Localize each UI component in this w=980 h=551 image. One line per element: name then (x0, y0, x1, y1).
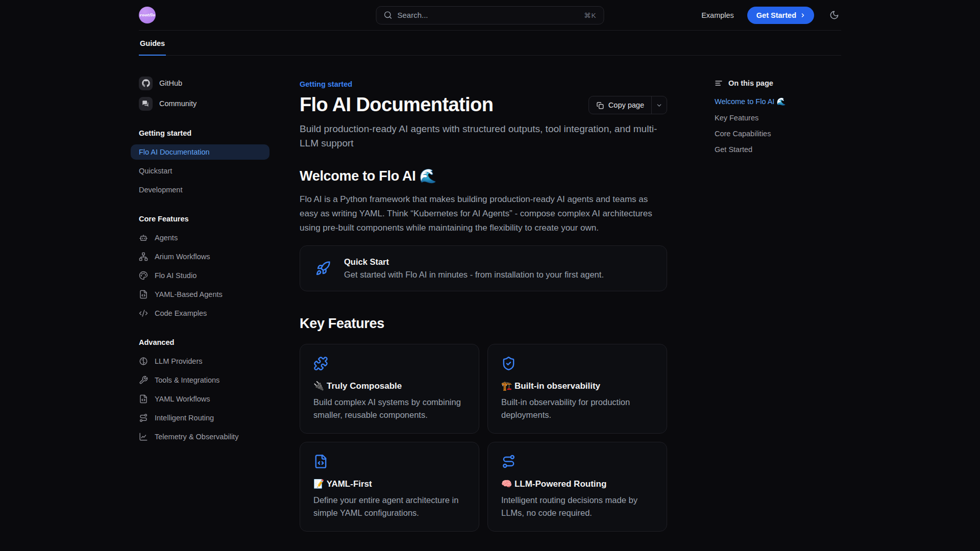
page-title: Flo AI Documentation (300, 94, 493, 116)
sidebar-item-label: Tools & Integrations (155, 376, 219, 384)
breadcrumb: Getting started (300, 80, 667, 88)
feature-card-description: Intelligent routing decisions made by LL… (501, 494, 653, 519)
sidebar-item-label: Code Examples (155, 309, 207, 317)
toc-title: On this page (728, 79, 773, 87)
copy-options-dropdown[interactable] (651, 96, 667, 114)
feature-card-built-in-observability: 🏗️ Built-in observability Built-in obser… (487, 344, 667, 434)
brain-icon (139, 357, 148, 366)
moon-icon (829, 10, 839, 20)
sidebar-item-yaml-based-agents[interactable]: YAML-Based Agents (131, 287, 270, 302)
search-bar[interactable]: ⌘K (376, 6, 604, 24)
feature-card-yaml-first: 📝 YAML-First Define your entire agent ar… (300, 442, 479, 532)
theme-toggle-button[interactable] (827, 8, 841, 22)
file-code-icon (313, 454, 465, 469)
route-icon (139, 413, 148, 422)
sidebar-item-label: Intelligent Routing (155, 414, 214, 422)
sidebar-item-flo-ai-documentation[interactable]: Flo AI Documentation (131, 144, 270, 160)
rootflo-logo-icon: rootflo (139, 7, 156, 23)
sidebar-link-label: GitHub (159, 79, 182, 87)
chart-line-icon (139, 432, 148, 441)
toc-item-core-capabilities[interactable]: Core Capabilities (715, 130, 841, 138)
code-icon (139, 309, 148, 318)
examples-link[interactable]: Examples (701, 11, 734, 19)
sidebar-item-llm-providers[interactable]: LLM Providers (131, 354, 270, 369)
sidebar-section-label: Getting started (139, 129, 261, 137)
navbar-actions: Examples Get Started (701, 7, 841, 24)
sidebar-item-development[interactable]: Development (131, 182, 270, 197)
quick-start-description: Get started with Flo AI in minutes - fro… (344, 270, 604, 280)
feature-card-description: Build complex AI systems by combining sm… (313, 396, 465, 421)
top-navbar: rootflo ⌘K Examples Get Started (139, 0, 841, 31)
sidebar-item-intelligent-routing[interactable]: Intelligent Routing (131, 410, 270, 425)
sidebar-link-label: Community (159, 99, 197, 108)
chevron-right-icon (800, 12, 806, 18)
logo-link[interactable]: rootflo (139, 7, 156, 23)
feature-card-title: 🔌 Truly Composable (313, 381, 465, 391)
logo-text: rootflo (140, 13, 155, 17)
sidebar-item-label: Quickstart (139, 167, 172, 175)
bot-icon (139, 233, 148, 242)
sidebar-item-telemetry-observability[interactable]: Telemetry & Observability (131, 429, 270, 444)
file-code-icon (139, 394, 148, 404)
toc-item-get-started[interactable]: Get Started (715, 145, 841, 154)
sidebar-link-github[interactable]: GitHub (139, 75, 261, 91)
sidebar-section-label: Advanced (139, 338, 261, 346)
feature-card-title: 🏗️ Built-in observability (501, 381, 653, 391)
toc-list: Welcome to Flo AI 🌊 Key Features Core Ca… (715, 97, 841, 154)
main-content: Getting started Flo AI Documentation Cop… (300, 75, 667, 551)
toc-item-welcome[interactable]: Welcome to Flo AI 🌊 (715, 97, 841, 106)
toc-header: On this page (715, 79, 841, 87)
copy-icon (596, 102, 604, 109)
sidebar-item-label: Telemetry & Observability (155, 433, 238, 441)
tab-guides[interactable]: Guides (139, 39, 166, 56)
file-code-icon (139, 290, 148, 299)
feature-card-title: 🧠 LLM-Powered Routing (501, 479, 653, 489)
quick-start-card[interactable]: Quick Start Get started with Flo AI in m… (300, 245, 667, 291)
community-icon (139, 97, 153, 111)
puzzle-icon (313, 356, 465, 371)
sidebar-link-community[interactable]: Community (139, 95, 261, 112)
docs-page: rootflo ⌘K Examples Get Started (139, 0, 841, 551)
chevron-down-icon (656, 102, 663, 109)
search-input[interactable] (398, 11, 579, 19)
page-subtitle: Build production-ready AI agents with st… (300, 122, 667, 151)
feature-card-description: Define your entire agent architecture in… (313, 494, 465, 519)
sidebar-item-tools-integrations[interactable]: Tools & Integrations (131, 372, 270, 388)
palette-icon (139, 271, 148, 280)
sidebar-item-label: YAML-Based Agents (155, 290, 223, 298)
sidebar-item-agents[interactable]: Agents (131, 230, 270, 245)
sidebar-item-label: Flo AI Documentation (139, 148, 210, 156)
search-icon (384, 11, 393, 19)
table-of-contents: On this page Welcome to Flo AI 🌊 Key Fea… (715, 75, 841, 551)
sidebar-item-label: Agents (155, 234, 178, 242)
copy-page-button[interactable]: Copy page (589, 96, 651, 114)
sidebar-item-label: YAML Workflows (155, 395, 210, 403)
feature-card-truly-composable: 🔌 Truly Composable Build complex AI syst… (300, 344, 479, 434)
toc-item-key-features[interactable]: Key Features (715, 114, 841, 122)
route-icon (501, 454, 653, 469)
key-features-heading: Key Features (300, 316, 667, 332)
sidebar-item-yaml-workflows[interactable]: YAML Workflows (131, 391, 270, 407)
feature-card-llm-powered-routing: 🧠 LLM-Powered Routing Intelligent routin… (487, 442, 667, 532)
sidebar-item-code-examples[interactable]: Code Examples (131, 306, 270, 321)
sidebar: GitHub Community Getting started Flo AI … (139, 75, 261, 551)
feature-card-grid: 🔌 Truly Composable Build complex AI syst… (300, 344, 667, 532)
network-icon (139, 252, 148, 261)
content-area: GitHub Community Getting started Flo AI … (139, 56, 841, 551)
feature-card-title: 📝 YAML-First (313, 479, 465, 489)
github-icon (139, 77, 153, 90)
feature-card-description: Built-in observability for production de… (501, 396, 653, 421)
sidebar-section-label: Core Features (139, 215, 261, 223)
section-tabs: Guides (139, 31, 841, 56)
rocket-icon (315, 261, 331, 276)
align-left-icon (715, 79, 723, 87)
sidebar-item-arium-workflows[interactable]: Arium Workflows (131, 249, 270, 264)
sidebar-item-label: Development (139, 186, 182, 194)
copy-page-button-group: Copy page (589, 96, 667, 114)
wrench-icon (139, 375, 148, 385)
sidebar-item-flo-ai-studio[interactable]: Flo AI Studio (131, 268, 270, 283)
sidebar-item-quickstart[interactable]: Quickstart (131, 163, 270, 179)
welcome-paragraph: Flo AI is a Python framework that makes … (300, 192, 667, 235)
get-started-button[interactable]: Get Started (747, 7, 814, 24)
shield-check-icon (501, 356, 653, 371)
